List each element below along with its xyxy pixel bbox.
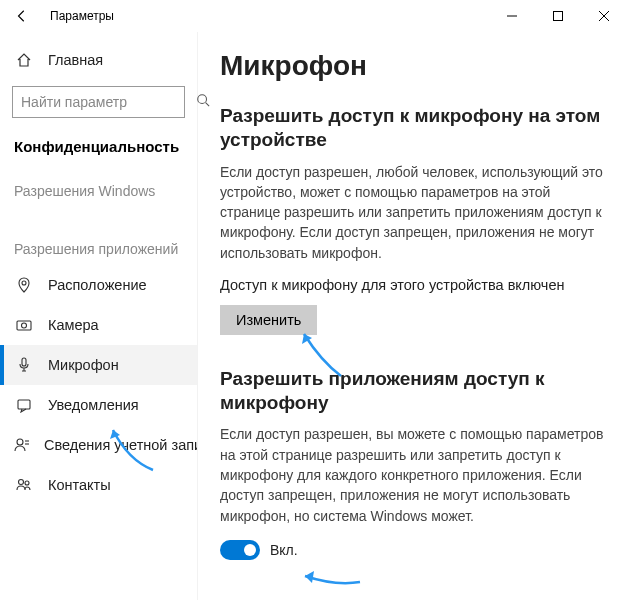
sidebar: Главная Конфиденциальность Разрешения Wi…: [0, 32, 197, 600]
location-icon: [14, 277, 34, 293]
sidebar-item-label: Контакты: [48, 477, 111, 493]
svg-rect-7: [17, 321, 31, 330]
home-icon: [14, 52, 34, 68]
section2-body: Если доступ разрешен, вы можете с помощь…: [220, 424, 611, 525]
window-title: Параметры: [50, 9, 114, 23]
sidebar-category: Конфиденциальность: [0, 128, 197, 169]
sidebar-item-contacts[interactable]: Контакты: [0, 465, 197, 505]
sidebar-item-notifications[interactable]: Уведомления: [0, 385, 197, 425]
section2-heading: Разрешить приложениям доступ к микрофону: [220, 367, 611, 415]
sidebar-item-account-info[interactable]: Сведения учетной записи: [0, 425, 197, 465]
sidebar-item-label: Камера: [48, 317, 99, 333]
svg-point-11: [17, 439, 23, 445]
svg-point-15: [25, 481, 29, 485]
microphone-icon: [14, 357, 34, 373]
svg-rect-9: [22, 358, 26, 366]
account-icon: [14, 437, 30, 453]
section1-body: Если доступ разрешен, любой человек, исп…: [220, 162, 611, 263]
svg-point-8: [22, 323, 27, 328]
search-input[interactable]: [21, 94, 196, 110]
sidebar-item-microphone[interactable]: Микрофон: [0, 345, 197, 385]
back-button[interactable]: [6, 0, 38, 32]
toggle-label: Вкл.: [270, 542, 298, 558]
sidebar-item-location[interactable]: Расположение: [0, 265, 197, 305]
change-button[interactable]: Изменить: [220, 305, 317, 335]
maximize-button[interactable]: [535, 0, 581, 32]
close-button[interactable]: [581, 0, 627, 32]
page-title: Микрофон: [220, 50, 611, 82]
section1-heading: Разрешить доступ к микрофону на этом уст…: [220, 104, 611, 152]
contacts-icon: [14, 477, 34, 493]
svg-point-14: [19, 480, 24, 485]
apps-access-toggle[interactable]: [220, 540, 260, 560]
svg-point-6: [22, 281, 26, 285]
minimize-button[interactable]: [489, 0, 535, 32]
sidebar-item-label: Сведения учетной записи: [44, 437, 197, 453]
svg-rect-1: [554, 12, 563, 21]
sidebar-item-label: Уведомления: [48, 397, 139, 413]
main-content: Микрофон Разрешить доступ к микрофону на…: [197, 32, 627, 600]
svg-rect-10: [18, 400, 30, 409]
sidebar-group-apps: Разрешения приложений: [0, 227, 197, 265]
sidebar-item-label: Микрофон: [48, 357, 119, 373]
sidebar-item-label: Расположение: [48, 277, 147, 293]
sidebar-home[interactable]: Главная: [0, 40, 197, 80]
sidebar-group-windows: Разрешения Windows: [0, 169, 197, 207]
notifications-icon: [14, 397, 34, 413]
search-input-wrap[interactable]: [12, 86, 185, 118]
sidebar-home-label: Главная: [48, 52, 103, 68]
sidebar-item-camera[interactable]: Камера: [0, 305, 197, 345]
section1-status: Доступ к микрофону для этого устройства …: [220, 277, 611, 293]
camera-icon: [14, 317, 34, 333]
